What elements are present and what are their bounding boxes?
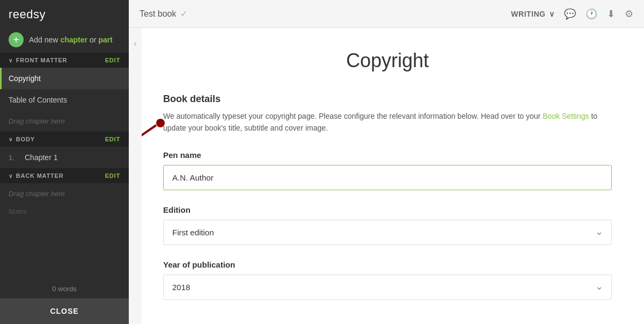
- writing-mode-dropdown[interactable]: WRITING ∨: [511, 10, 554, 18]
- year-select[interactable]: 2018 2019 2020 2021 2022 2023 2024: [163, 275, 612, 300]
- writing-mode-label: WRITING: [511, 10, 545, 18]
- back-matter-notes-placeholder: Notes: [0, 204, 129, 222]
- front-matter-header: ∨ FRONT MATTER EDIT: [0, 53, 129, 68]
- year-select-wrapper: 2018 2019 2020 2021 2022 2023 2024: [163, 275, 612, 300]
- word-count: 0 words: [0, 279, 129, 298]
- close-button[interactable]: CLOSE: [0, 298, 129, 324]
- edition-select-wrapper: First edition Second edition Third editi…: [163, 220, 612, 245]
- book-details-heading: Book details: [163, 93, 612, 105]
- writing-mode-chevron: ∨: [549, 10, 555, 18]
- front-matter-drag-placeholder: Drag chapter here: [0, 111, 129, 132]
- book-details-section: Book details We automatically typeset yo…: [163, 93, 612, 300]
- front-matter-edit-button[interactable]: EDIT: [105, 57, 120, 63]
- book-details-description: We automatically typeset your copyright …: [163, 110, 612, 134]
- book-title: Test book: [140, 9, 176, 19]
- pen-name-label: Pen name: [163, 150, 612, 160]
- page-title: Copyright: [163, 49, 612, 72]
- pen-name-group: Pen name: [163, 150, 612, 190]
- back-matter-chevron: ∨: [9, 173, 13, 179]
- year-of-publication-label: Year of publication: [163, 260, 612, 269]
- add-new-button[interactable]: + Add new chapter or part: [0, 27, 129, 53]
- settings-icon[interactable]: ⚙: [625, 8, 633, 20]
- sidebar-item-chapter1[interactable]: 1. Chapter 1: [0, 147, 129, 168]
- chat-icon[interactable]: 💬: [564, 8, 576, 20]
- body-edit-button[interactable]: EDIT: [105, 136, 120, 142]
- edition-select[interactable]: First edition Second edition Third editi…: [163, 220, 612, 245]
- content-area: ‹ Copyright: [129, 28, 644, 324]
- pen-name-input[interactable]: [163, 165, 612, 190]
- add-new-label: Add new chapter or part: [29, 35, 113, 44]
- add-icon: +: [9, 32, 24, 47]
- edition-group: Edition First edition Second edition Thi…: [163, 205, 612, 245]
- body-label: BODY: [16, 136, 105, 142]
- sidebar-item-table-of-contents[interactable]: Table of Contents: [0, 89, 129, 111]
- page-content: Copyright Book details: [142, 28, 644, 324]
- chapter-label: Chapter 1: [25, 153, 57, 162]
- back-matter-label: BACK MATTER: [16, 172, 105, 179]
- book-settings-link[interactable]: Book Settings: [543, 112, 589, 120]
- topbar: Test book ✓ WRITING ∨ 💬 🕐 ⬇ ⚙: [129, 0, 644, 28]
- topbar-left: Test book ✓: [140, 9, 187, 19]
- sidebar: reedsy + Add new chapter or part ∨ FRONT…: [0, 0, 129, 324]
- body-header: ∨ BODY EDIT: [0, 132, 129, 147]
- year-of-publication-group: Year of publication 2018 2019 2020 2021 …: [163, 260, 612, 300]
- chapter-number: 1.: [9, 154, 19, 162]
- back-matter-edit-button[interactable]: EDIT: [105, 172, 120, 179]
- sidebar-item-copyright[interactable]: Copyright: [0, 68, 129, 89]
- check-icon: ✓: [180, 9, 187, 19]
- front-matter-chevron: ∨: [9, 57, 13, 63]
- back-matter-header: ∨ BACK MATTER EDIT: [0, 168, 129, 183]
- back-matter-drag-placeholder: Drag chapter here: [0, 183, 129, 204]
- edition-label: Edition: [163, 205, 612, 214]
- body-chevron: ∨: [9, 136, 13, 142]
- front-matter-label: FRONT MATTER: [16, 57, 105, 63]
- clock-icon[interactable]: 🕐: [586, 8, 597, 20]
- collapse-panel-button[interactable]: ‹: [129, 28, 142, 324]
- svg-line-1: [142, 125, 156, 169]
- topbar-right: WRITING ∨ 💬 🕐 ⬇ ⚙: [511, 8, 633, 20]
- app-logo: reedsy: [0, 0, 129, 27]
- download-icon[interactable]: ⬇: [607, 8, 615, 20]
- main-area: Test book ✓ WRITING ∨ 💬 🕐 ⬇ ⚙ ‹ Copyrigh…: [129, 0, 644, 324]
